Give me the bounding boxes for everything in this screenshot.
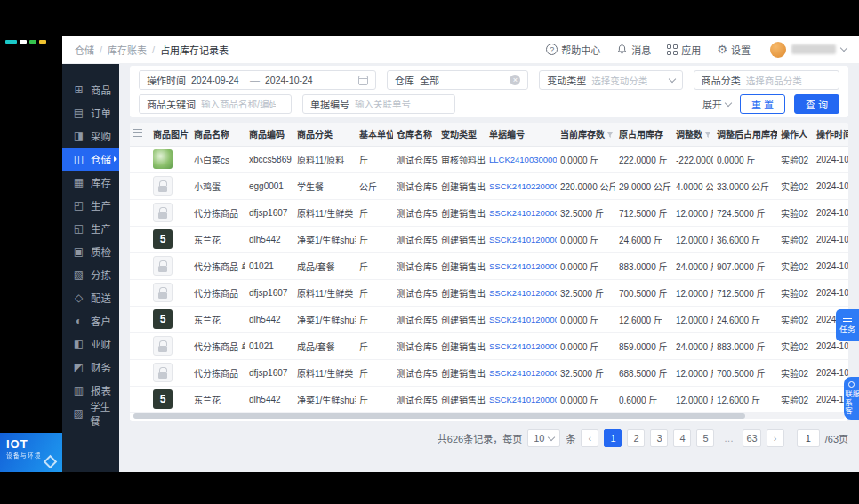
search-button[interactable]: 查 询 bbox=[794, 94, 839, 114]
doc-number-input[interactable] bbox=[355, 99, 430, 109]
date-range-picker[interactable]: 操作时间 — bbox=[139, 70, 376, 90]
product-category: 原料11/生鲜类 bbox=[293, 199, 356, 226]
breadcrumb-item[interactable]: 库存账表 bbox=[108, 43, 147, 57]
sidebar-item[interactable]: ▨ 学生餐 bbox=[62, 402, 119, 425]
clear-icon[interactable]: × bbox=[510, 75, 520, 85]
sidebar-item[interactable]: ⊞ 商品 bbox=[62, 78, 119, 101]
settings-button[interactable]: ⚙ 设置 bbox=[717, 43, 751, 57]
task-widget[interactable]: 任务 bbox=[836, 309, 859, 341]
table-row[interactable]: 代分拣商品-单位换算 01021 成品/套餐 斤 测试仓库5 创建销售出库 SS… bbox=[130, 332, 848, 359]
sidebar-item[interactable]: ◱ 生产 bbox=[62, 217, 119, 240]
orig-occupied-stock: 12.6000 斤 bbox=[615, 306, 672, 332]
filter-funnel-icon[interactable] bbox=[704, 132, 711, 139]
gear-icon: ⚙ bbox=[717, 44, 727, 55]
doc-number-link[interactable]: SSCK24101200002 bbox=[489, 341, 557, 351]
date-to-input[interactable] bbox=[265, 75, 318, 85]
product-image-text: 5 bbox=[160, 313, 166, 325]
change-type: 创建销售出库 bbox=[438, 332, 486, 359]
page-button[interactable]: 5 bbox=[696, 429, 714, 447]
filter-funnel-icon[interactable] bbox=[606, 132, 614, 139]
category-select[interactable]: 商品分类 选择商品分类 bbox=[694, 70, 839, 90]
doc-number-link[interactable]: SSCK24101200004 bbox=[489, 208, 557, 218]
apps-grid-icon bbox=[667, 44, 678, 55]
col-settings[interactable] bbox=[130, 123, 149, 146]
page-jump-input[interactable] bbox=[797, 429, 820, 447]
page-button[interactable]: 3 bbox=[650, 429, 668, 447]
messages-button[interactable]: 消息 bbox=[616, 43, 651, 57]
sidebar-item[interactable]: ◐ 客户 bbox=[62, 309, 119, 332]
orig-occupied-stock: 222.0000 斤 bbox=[615, 146, 672, 172]
sidebar-item[interactable]: ▣ 质检 bbox=[62, 240, 119, 263]
next-page-button[interactable]: › bbox=[767, 429, 784, 447]
help-center-label: 帮助中心 bbox=[561, 43, 600, 57]
page-button[interactable]: 63 bbox=[743, 429, 760, 447]
sidebar-item[interactable]: ◰ 生产 bbox=[62, 194, 119, 217]
calendar-icon bbox=[358, 76, 368, 85]
doc-number-link[interactable]: SSCK24101200003 bbox=[489, 288, 557, 298]
table-row[interactable]: 5 东兰花 dlh5442 净菜1/生鲜shu菜类... 斤 测试仓库5 创建销… bbox=[130, 226, 848, 252]
sidebar-item[interactable]: ▤ 订单 bbox=[62, 101, 119, 124]
sidebar-item[interactable]: ▧ 分拣 bbox=[62, 263, 119, 286]
keyword-input[interactable] bbox=[201, 99, 276, 109]
horizontal-scrollbar[interactable] bbox=[133, 413, 845, 419]
current-stock: 0.0000 斤 bbox=[557, 146, 615, 172]
table-row[interactable]: 小白菜cs xbccs5869 原料11/原料 斤 测试仓库5 审核领料出库 L… bbox=[130, 146, 848, 172]
sidebar: ⊞ 商品 ▤ 订单 ◨ 采购 ◫ 仓储 ▦ 库存 bbox=[62, 64, 119, 472]
sidebar-item[interactable]: ◨ 采购 bbox=[62, 124, 119, 148]
base-unit: 斤 bbox=[356, 306, 393, 332]
doc-number-link[interactable]: SSCK24101200001 bbox=[489, 395, 557, 404]
page-button[interactable]: 2 bbox=[627, 429, 645, 447]
col-warehouse: 仓库名称 bbox=[393, 123, 438, 146]
pagination: 共626条记录，每页 10 条 ‹ 1 2 3 4 5 … 63 › /63页 bbox=[130, 428, 848, 448]
table-row[interactable]: 5 东兰花 dlh5442 净菜1/生鲜shu菜类... 斤 测试仓库5 创建销… bbox=[130, 306, 848, 332]
product-code: dlh5442 bbox=[245, 306, 293, 332]
doc-number-field[interactable]: 单据编号 bbox=[302, 94, 455, 114]
customer-service-widget[interactable]: 联系客服 bbox=[844, 377, 859, 420]
apps-button[interactable]: 应用 bbox=[667, 43, 701, 57]
adjust-qty: 12.0000 斤 bbox=[672, 199, 713, 226]
apps-label: 应用 bbox=[681, 43, 701, 57]
user-menu[interactable] bbox=[770, 42, 847, 58]
table-row[interactable]: 小鸡蛋 egg0001 学生餐 公斤 测试仓库5 创建销售出库 SSCK2410… bbox=[130, 172, 848, 199]
current-stock: 32.5000 斤 bbox=[557, 359, 615, 386]
table-row[interactable]: 代分拣商品 dfjsp1607 原料11/生鲜类 斤 测试仓库5 创建销售出库 … bbox=[130, 199, 848, 226]
doc-number-link[interactable]: SSCK24101200003 bbox=[489, 235, 557, 244]
page-button[interactable]: … bbox=[719, 429, 737, 447]
keyword-field[interactable]: 商品关键词 bbox=[139, 94, 292, 114]
page-button[interactable]: 4 bbox=[673, 429, 691, 447]
sidebar-item-icon: ◱ bbox=[73, 222, 84, 235]
expand-toggle[interactable]: 展开 bbox=[702, 97, 731, 111]
date-from-input[interactable] bbox=[191, 75, 245, 85]
doc-number-link[interactable]: SSCK24101200003 bbox=[489, 261, 557, 271]
operator: 实验02 bbox=[777, 252, 813, 279]
adjust-qty: 24.0000 斤 bbox=[672, 252, 713, 279]
sidebar-item[interactable]: ◫ 仓储 bbox=[62, 148, 119, 171]
logo-dash-green bbox=[29, 40, 36, 44]
sidebar-item[interactable]: ◇ 配送 bbox=[62, 286, 119, 309]
change-type-select[interactable]: 变动类型 选择变动分类 bbox=[539, 70, 682, 90]
reset-button[interactable]: 重 置 bbox=[740, 94, 785, 114]
help-center-button[interactable]: ? 帮助中心 bbox=[546, 43, 600, 57]
scrollbar-thumb[interactable] bbox=[133, 413, 745, 419]
column-settings-icon[interactable] bbox=[133, 129, 142, 137]
table-row[interactable]: 5 东兰花 dlh5442 净菜1/生鲜shu菜类... 斤 测试仓库5 创建销… bbox=[130, 386, 848, 412]
doc-number-link[interactable]: SSCK24102200001 bbox=[489, 181, 557, 191]
row-leading-cell bbox=[130, 172, 149, 199]
table-row[interactable]: 代分拣商品-单位换算 01021 成品/套餐 斤 测试仓库5 创建销售出库 SS… bbox=[130, 252, 848, 279]
sidebar-item[interactable]: ▦ 库存 bbox=[62, 171, 119, 194]
page-size-select[interactable]: 10 bbox=[527, 429, 560, 447]
page-jump-suffix: /63页 bbox=[825, 431, 848, 445]
page-button[interactable]: 1 bbox=[604, 429, 622, 447]
doc-number-link[interactable]: LLCK24100300001 bbox=[489, 155, 557, 164]
sidebar-item[interactable]: ◩ 财务 bbox=[62, 356, 119, 379]
warehouse-select[interactable]: 仓库 全部 × bbox=[387, 70, 528, 90]
sidebar-item-label: 学生餐 bbox=[90, 399, 119, 428]
orig-occupied-stock: 688.5000 斤 bbox=[615, 359, 672, 386]
breadcrumb-item[interactable]: 仓储 bbox=[75, 43, 94, 57]
prev-page-button[interactable]: ‹ bbox=[581, 429, 598, 447]
table-row[interactable]: 代分拣商品 dfjsp1607 原料11/生鲜类 斤 测试仓库5 创建销售出库 … bbox=[130, 359, 848, 386]
table-row[interactable]: 代分拣商品 dfjsp1607 原料11/生鲜类 斤 测试仓库5 创建销售出库 … bbox=[130, 279, 848, 306]
doc-number-link[interactable]: SSCK24101200002 bbox=[489, 315, 557, 324]
sidebar-item[interactable]: ◧ 业财 bbox=[62, 332, 119, 356]
doc-number-link[interactable]: SSCK24101200002 bbox=[489, 368, 557, 378]
